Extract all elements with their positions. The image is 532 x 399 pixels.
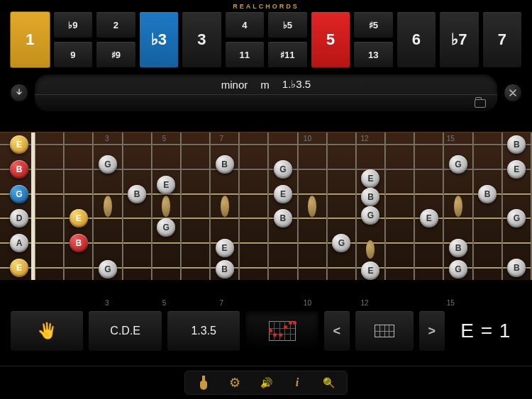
fret-marker [322, 299, 350, 307]
fret-note[interactable]: E [216, 239, 234, 257]
chord-diagram-button[interactable] [245, 310, 318, 352]
open-note-A[interactable]: A [10, 234, 28, 252]
interval-selector: 1♭992♯9♭33411♭5♯115♯5136♭77 [0, 11, 532, 68]
fret-marker [236, 299, 265, 307]
interval-2[interactable]: 2 [96, 11, 136, 38]
fret-marker: 3 [93, 135, 121, 142]
fret-marker [179, 135, 207, 142]
fret-note[interactable]: G [99, 155, 117, 174]
fret-note[interactable]: B [478, 185, 497, 203]
open-note-G[interactable]: G [10, 185, 28, 203]
interval-♯9[interactable]: ♯9 [96, 41, 136, 68]
fret-note[interactable]: B [128, 185, 146, 203]
footer-toolbar: i [0, 366, 532, 395]
download-button[interactable] [10, 84, 28, 102]
chord-name: minor [221, 79, 248, 91]
fret-marker: 10 [293, 299, 321, 307]
interval-11[interactable]: 11 [225, 41, 265, 68]
fret-marker [64, 299, 92, 307]
fret-marker [35, 299, 64, 307]
fret-note[interactable]: G [361, 206, 379, 225]
interval-♭7[interactable]: ♭7 [439, 11, 480, 68]
app-title: REALCHORDS [0, 0, 532, 11]
fret-note[interactable]: G [274, 160, 292, 179]
interval-4[interactable]: 4 [225, 11, 265, 38]
fret-note[interactable]: G [507, 209, 526, 227]
fret-note[interactable]: G [449, 260, 467, 279]
interval-3[interactable]: 3 [182, 11, 222, 68]
info-icon[interactable]: i [290, 376, 304, 390]
interval-♭9[interactable]: ♭9 [53, 11, 94, 38]
fretboard-view-icon[interactable] [196, 376, 211, 390]
note-names-button[interactable]: C.D.E [88, 310, 162, 352]
fret-marker [494, 299, 522, 307]
fret-note[interactable]: G [449, 155, 467, 174]
fret-note[interactable]: B [274, 209, 292, 227]
fret-note[interactable]: E [274, 185, 292, 203]
interval-9[interactable]: 9 [53, 41, 94, 68]
fret-markers-bottom: 357101215 [35, 299, 522, 307]
fret-marker [236, 135, 265, 142]
fret-marker: 10 [293, 135, 321, 142]
fret-note[interactable]: B [216, 155, 234, 174]
next-voicing-button[interactable]: > [419, 310, 445, 352]
search-icon[interactable] [321, 376, 336, 390]
interval-♯5[interactable]: ♯5 [353, 11, 394, 38]
hand-button[interactable]: 🖐 [10, 310, 84, 352]
fret-note[interactable]: E [361, 262, 379, 280]
fretboard[interactable]: EBGDAE EBGGBEGBEBGEBGEBGEEGBGBBEGB [0, 132, 532, 281]
open-note-E[interactable]: E [10, 259, 28, 277]
fret-note[interactable]: E [420, 209, 438, 227]
root-readout: E = 1 [450, 310, 522, 352]
interval-♭5[interactable]: ♭5 [267, 11, 308, 38]
fret-note[interactable]: E [157, 176, 175, 194]
interval-♭3[interactable]: ♭3 [139, 11, 179, 68]
interval-1[interactable]: 1 [10, 11, 50, 68]
fret-note[interactable]: G [99, 260, 117, 279]
fret-note[interactable]: B [361, 188, 379, 206]
fret-marker [121, 135, 150, 142]
fret-note[interactable]: G [332, 234, 350, 252]
sound-icon[interactable] [259, 376, 273, 390]
voicing-grid-button[interactable] [355, 310, 414, 352]
fret-marker [494, 135, 522, 142]
folder-icon[interactable] [475, 99, 486, 108]
fret-marker [465, 299, 493, 307]
fret-note[interactable]: B [449, 239, 467, 257]
open-string-notes: EBGDAE [10, 133, 28, 280]
clear-button[interactable] [504, 84, 522, 102]
interval-names-button[interactable]: 1.3.5 [167, 310, 240, 352]
open-note-B[interactable]: B [10, 160, 28, 179]
fret-note[interactable]: B [507, 259, 526, 277]
fret-marker: 7 [207, 135, 235, 142]
interval-6[interactable]: 6 [397, 11, 437, 68]
prev-voicing-button[interactable]: < [323, 310, 350, 352]
open-note-D[interactable]: D [10, 209, 28, 227]
fret-grid[interactable]: EBGGBEGBEBGEBGEBGEEGBGBBEGB [35, 133, 532, 280]
fret-marker: 15 [436, 135, 465, 142]
interval-13[interactable]: 13 [353, 41, 394, 68]
settings-icon[interactable] [228, 376, 242, 390]
interval-7[interactable]: 7 [482, 11, 523, 68]
fret-note[interactable]: G [157, 218, 175, 237]
interval-5[interactable]: 5 [311, 11, 351, 68]
fret-marker: 12 [350, 135, 379, 142]
fret-marker [408, 135, 436, 142]
fret-note[interactable]: E [70, 209, 88, 227]
interval-♯11[interactable]: ♯11 [267, 41, 308, 68]
fret-note[interactable]: B [70, 234, 88, 252]
open-note-E[interactable]: E [10, 135, 28, 154]
fret-marker: 5 [150, 299, 178, 307]
fret-note[interactable]: E [507, 160, 526, 179]
fret-marker [322, 135, 350, 142]
fret-note[interactable]: E [361, 169, 379, 188]
fret-marker [179, 299, 207, 307]
chord-display[interactable]: minor m 1.♭3.5 [34, 74, 498, 112]
fret-marker [379, 299, 407, 307]
chord-diagram-icon [269, 321, 296, 341]
fret-marker [465, 135, 493, 142]
fret-marker [265, 299, 293, 307]
fret-note[interactable]: B [216, 260, 234, 279]
bottom-toolbar: 🖐 C.D.E 1.3.5 < > E = 1 [10, 310, 522, 352]
fret-marker: 7 [207, 299, 235, 307]
